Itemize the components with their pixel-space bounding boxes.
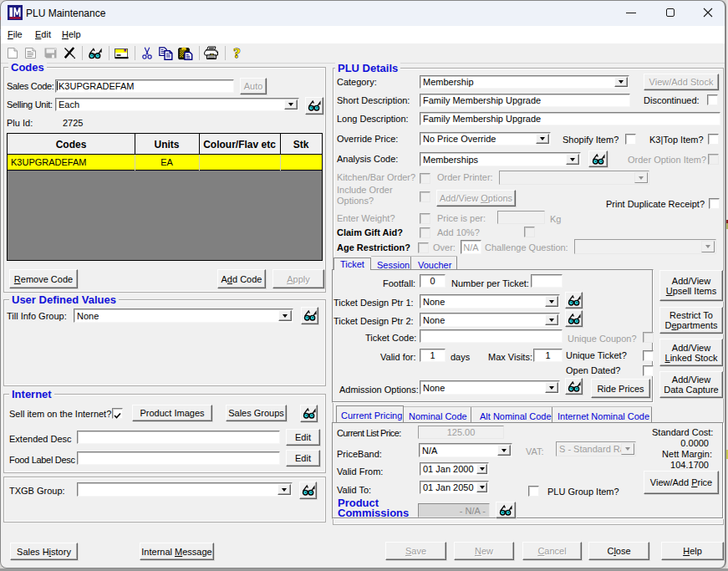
svg-text:?: ?: [233, 46, 241, 60]
